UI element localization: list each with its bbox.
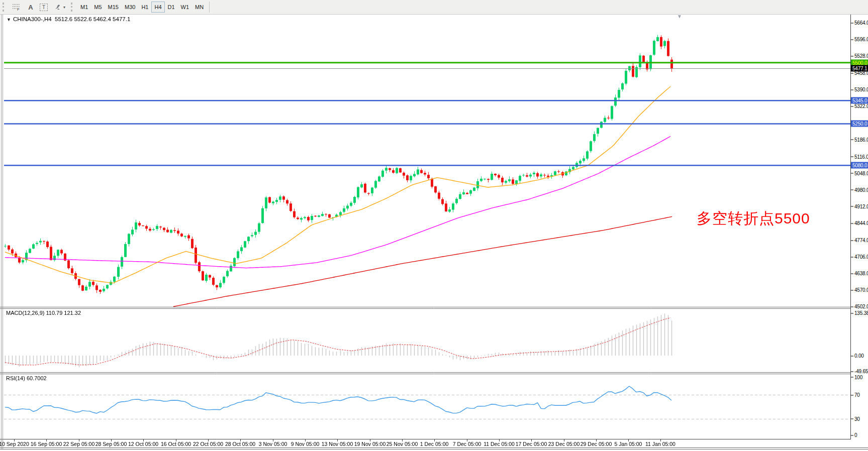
time-tick-label: 19 Nov 05:00: [354, 441, 385, 447]
price-badge-5345.0: 5345.0: [851, 97, 868, 104]
price-tick-label: 4912.0: [851, 203, 868, 209]
dotted-grid-icon: F: [12, 4, 22, 11]
time-tick-label: 13 Nov 05:00: [322, 441, 353, 447]
price-tick-label: 5596.0: [851, 37, 868, 42]
price-badge-5477.1: 5477.1: [851, 65, 868, 71]
time-tick-label: 16 Oct 05:00: [161, 441, 191, 447]
ohlc-values: 5512.6 5522.6 5462.4 5477.1: [55, 16, 130, 22]
price-tick-label: 4980.0: [851, 187, 868, 192]
text-label-tool-button[interactable]: A: [25, 2, 37, 13]
price-badge-5250.0: 5250.0: [851, 121, 868, 127]
symbol-dropdown-icon[interactable]: ▼: [7, 17, 11, 22]
time-tick-label: 25 Nov 05:00: [387, 441, 418, 447]
timeframe-button-w1[interactable]: W1: [178, 2, 192, 13]
rsi-tick-label: 100: [851, 374, 868, 380]
chart-header: ▼CHINA300-,H4 5512.6 5522.6 5462.4 5477.…: [7, 16, 130, 22]
timeframe-button-m30[interactable]: M30: [122, 2, 138, 13]
price-tick-label: 4570.0: [851, 287, 868, 293]
timeframe-group: M1M5M15M30H1H4D1W1MN: [77, 2, 207, 13]
time-tick-label: 11 Jan 05:00: [645, 441, 676, 447]
left-border-line-inner: [3, 14, 3, 449]
trading-terminal-window: F A T ▾ M1M5M15M30H1H4D1W1MN ▼CHINA300-,…: [0, 0, 868, 451]
timeframe-button-h4[interactable]: H4: [151, 2, 164, 13]
rsi-tick-label: 0: [851, 432, 868, 438]
time-tick-label: 12 Oct 05:00: [128, 441, 158, 447]
letter-a-icon: A: [28, 4, 33, 11]
timeframe-button-m5[interactable]: M5: [91, 2, 105, 13]
price-axis[interactable]: 5664.05596.05528.05458.05390.05322.05186…: [850, 14, 868, 439]
chart-annotation-text: 多空转折点5500: [697, 208, 810, 229]
time-tick-label: 22 Oct 05:00: [193, 441, 223, 447]
indicator-grid-f-button[interactable]: F: [9, 2, 25, 13]
rsi-tick-label: 70: [851, 392, 868, 398]
time-tick-label: 7 Dec 05:00: [453, 441, 481, 447]
time-tick-label: 1 Dec 05:00: [420, 441, 449, 447]
price-tick-label: 4706.0: [851, 254, 868, 260]
text-box-tool-button[interactable]: T: [37, 2, 51, 13]
price-tick-label: 5048.0: [851, 170, 868, 176]
time-tick-label: 28 Sep 05:00: [95, 441, 127, 447]
price-badge-5080.0: 5080.0: [851, 162, 868, 169]
macd-tick-label: 135.38: [851, 310, 868, 316]
time-tick-label: 11 Dec 05:00: [484, 441, 515, 447]
time-tick-label: 28 Oct 05:00: [225, 441, 255, 447]
price-tick-label: 5322.0: [851, 103, 868, 109]
price-tick-label: 4774.0: [851, 238, 868, 243]
time-tick-label: 16 Sep 05:00: [31, 441, 62, 447]
rsi-label: RSI(14) 60.7002: [6, 375, 47, 381]
price-tick-label: 4638.0: [851, 271, 868, 276]
toolbar-drag-handle[interactable]: [3, 3, 6, 12]
price-tick-label: 5186.0: [851, 137, 868, 142]
svg-text:F: F: [17, 7, 20, 11]
time-tick-label: 5 Jan 05:00: [615, 441, 642, 447]
macd-tick-label: 0.00: [851, 353, 868, 359]
arrows-tool-button[interactable]: ▾: [51, 2, 68, 13]
macd-label: MACD(12,26,9) 110.79 121.32: [6, 310, 81, 316]
time-tick-label: 9 Nov 05:00: [291, 441, 320, 447]
timeframe-button-mn[interactable]: MN: [192, 2, 207, 13]
time-tick-label: 23 Dec 05:00: [548, 441, 580, 447]
text-box-icon: T: [40, 4, 48, 11]
dropdown-caret-icon: ▾: [63, 5, 65, 10]
timeframe-button-d1[interactable]: D1: [165, 2, 178, 13]
macd-tick-label: -49.65: [851, 369, 868, 374]
toolbar-separator: [209, 2, 210, 13]
symbol-name: CHINA300-,H4: [13, 16, 52, 22]
time-tick-label: 3 Nov 05:00: [259, 441, 287, 447]
price-tick-label: 5528.0: [851, 53, 868, 59]
timeframe-button-m1[interactable]: M1: [77, 2, 91, 13]
toolbar-drag-handle[interactable]: [71, 3, 74, 12]
time-tick-label: 17 Dec 05:00: [516, 441, 547, 447]
toolbar: F A T ▾ M1M5M15M30H1H4D1W1MN: [0, 0, 868, 15]
price-tick-label: 5664.0: [851, 20, 868, 26]
rsi-tick-label: 30: [851, 416, 868, 421]
left-border-line: [1, 14, 2, 449]
timeframe-button-h1[interactable]: H1: [138, 2, 151, 13]
time-tick-label: 10 Sep 2020: [0, 441, 29, 447]
timeframe-button-m15[interactable]: M15: [105, 2, 122, 13]
price-tick-label: 4844.0: [851, 220, 868, 226]
price-tick-label: 5116.0: [851, 154, 868, 159]
price-tick-label: 4502.0: [851, 304, 868, 309]
time-tick-label: 22 Sep 05:00: [63, 441, 94, 447]
arrows-icon: [54, 4, 62, 11]
time-tick-label: 29 Dec 05:00: [581, 441, 612, 447]
time-axis[interactable]: 10 Sep 202016 Sep 05:0022 Sep 05:0028 Se…: [0, 440, 850, 449]
price-tick-label: 5390.0: [851, 87, 868, 92]
